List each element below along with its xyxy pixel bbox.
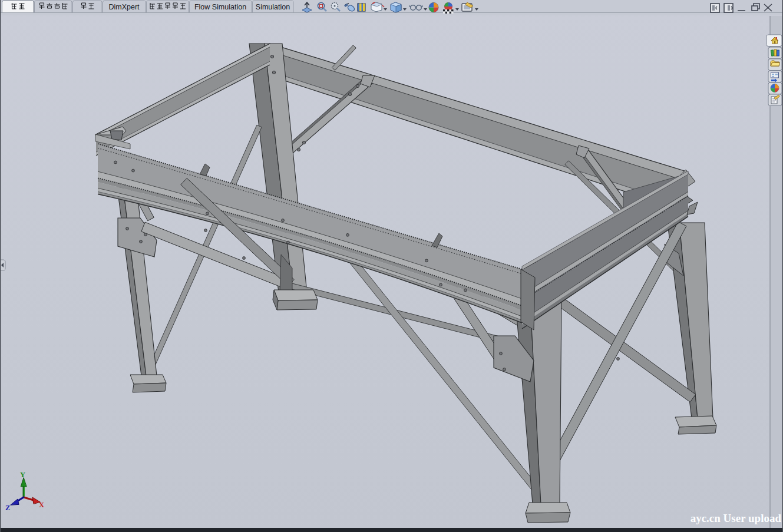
svg-text:Simulation: Simulation [256,3,290,11]
svg-text:Y: Y [20,471,25,479]
svg-text:X: X [39,501,44,509]
svg-text:ayc.cn User upload: ayc.cn User upload [691,512,782,524]
svg-text:DimXpert: DimXpert [108,3,140,11]
svg-text:Flow Simulation: Flow Simulation [194,3,246,11]
svg-text:Z: Z [5,504,10,512]
